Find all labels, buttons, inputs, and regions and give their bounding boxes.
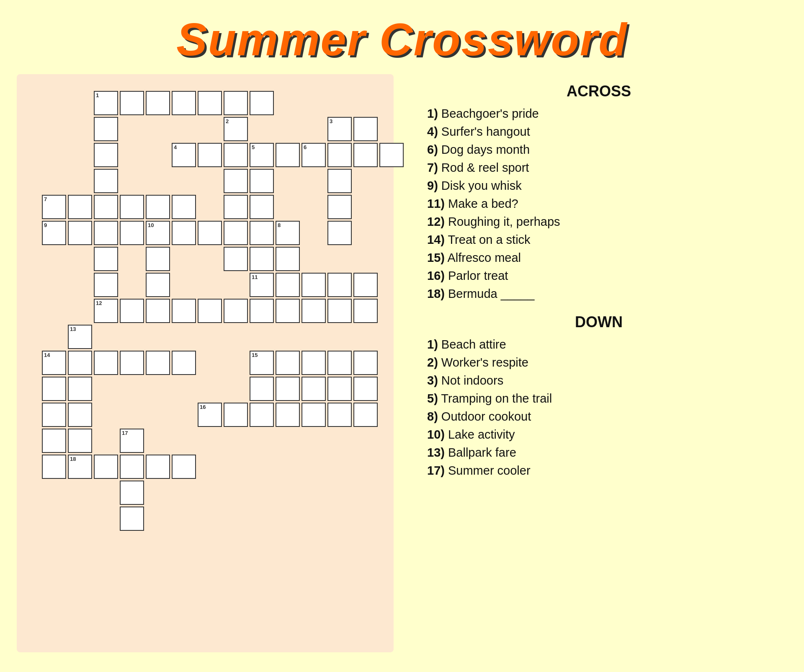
cell-1-3[interactable]: [146, 91, 170, 115]
cell-6d[interactable]: [379, 143, 404, 167]
cell-14b-dup[interactable]: [68, 351, 92, 375]
cell-10a[interactable]: 10: [146, 221, 170, 245]
cell-d1-3[interactable]: [94, 143, 118, 167]
cell-10b[interactable]: [172, 221, 196, 245]
cell-14c[interactable]: [94, 351, 118, 375]
cell-9a[interactable]: 9: [42, 221, 66, 245]
cell-1-1[interactable]: 1: [94, 91, 118, 115]
cell-d5-4[interactable]: [250, 169, 274, 193]
cell-2a[interactable]: 2: [224, 117, 248, 141]
cell-15a[interactable]: 15: [250, 351, 274, 375]
cell-d1-8[interactable]: [94, 273, 118, 297]
cell-d1-4[interactable]: [94, 169, 118, 193]
cell-3a[interactable]: 3: [327, 117, 352, 141]
cell-11a[interactable]: 11: [250, 273, 274, 297]
cell-d10-7[interactable]: [146, 247, 170, 271]
cell-15fe[interactable]: [353, 377, 378, 401]
cell-16b[interactable]: [224, 403, 248, 427]
cell-9d[interactable]: [120, 221, 144, 245]
cell-7b[interactable]: [68, 195, 92, 219]
cell-d14-12[interactable]: [42, 377, 66, 401]
cell-7c[interactable]: [94, 195, 118, 219]
cell-17d[interactable]: [120, 507, 144, 531]
cell-6c[interactable]: [353, 143, 378, 167]
cell-5a[interactable]: 5: [250, 143, 274, 167]
cell-16e[interactable]: [302, 403, 326, 427]
cell-10c[interactable]: [198, 221, 222, 245]
cell-13c[interactable]: [68, 377, 92, 401]
cell-15e[interactable]: [353, 351, 378, 375]
cell-d11-11[interactable]: [302, 299, 326, 323]
cell-d3-3[interactable]: [327, 143, 352, 167]
cell-d2-6[interactable]: [224, 221, 248, 245]
cell-16d[interactable]: [276, 403, 300, 427]
cell-14d[interactable]: [120, 351, 144, 375]
cell-16a[interactable]: 16: [198, 403, 222, 427]
cell-d10-8[interactable]: [146, 273, 170, 297]
cell-18c-dup[interactable]: [120, 455, 144, 479]
cell-d5-7[interactable]: [250, 247, 274, 271]
cell-14e[interactable]: [146, 351, 170, 375]
cell-4c[interactable]: [276, 143, 300, 167]
cell-17c[interactable]: [120, 481, 144, 505]
cell-d5-5[interactable]: [250, 195, 274, 219]
cell-16f[interactable]: [327, 403, 352, 427]
cell-d3-5[interactable]: [327, 195, 352, 219]
cell-d14-14[interactable]: [42, 429, 66, 453]
cell-9b[interactable]: [68, 221, 92, 245]
cell-1-2[interactable]: [120, 91, 144, 115]
cell-12g[interactable]: [250, 299, 274, 323]
cell-1-6[interactable]: [224, 91, 248, 115]
cell-d3-4[interactable]: [327, 169, 352, 193]
cell-18e[interactable]: [172, 455, 196, 479]
cell-15fc[interactable]: [302, 377, 326, 401]
cell-15fb[interactable]: [276, 377, 300, 401]
cell-15c[interactable]: [302, 351, 326, 375]
cell-17a[interactable]: 17: [120, 429, 144, 453]
cell-7f[interactable]: [172, 195, 196, 219]
cell-d3-6[interactable]: [327, 221, 352, 245]
cell-11b[interactable]: [276, 273, 300, 297]
cell-d11-12[interactable]: [327, 299, 352, 323]
cell-15d[interactable]: [327, 351, 352, 375]
cell-7d[interactable]: [120, 195, 144, 219]
cell-13e[interactable]: [68, 429, 92, 453]
cell-7a[interactable]: 7: [42, 195, 66, 219]
cell-11d[interactable]: [327, 273, 352, 297]
cell-4b[interactable]: [198, 143, 222, 167]
cell-d14-15[interactable]: [42, 455, 66, 479]
cell-12e[interactable]: [198, 299, 222, 323]
cell-16g[interactable]: [353, 403, 378, 427]
cell-11c[interactable]: [302, 273, 326, 297]
cell-d2-5[interactable]: [224, 195, 248, 219]
cell-1-5[interactable]: [198, 91, 222, 115]
cell-8b[interactable]: [276, 247, 300, 271]
cell-8a[interactable]: 8: [276, 221, 300, 245]
cell-18d[interactable]: [146, 455, 170, 479]
cell-18a[interactable]: 18: [68, 455, 92, 479]
cell-12a[interactable]: 12: [94, 299, 118, 323]
cell-12b[interactable]: [120, 299, 144, 323]
cell-14a[interactable]: 14: [42, 351, 66, 375]
cell-d14-13[interactable]: [42, 403, 66, 427]
cell-13d[interactable]: [68, 403, 92, 427]
cell-15fa[interactable]: [250, 377, 274, 401]
cell-d2-7[interactable]: [224, 247, 248, 271]
cell-d11-13[interactable]: [353, 299, 378, 323]
cell-18b[interactable]: [94, 455, 118, 479]
cell-7e[interactable]: [146, 195, 170, 219]
cell-11e[interactable]: [353, 273, 378, 297]
cell-d11-10[interactable]: [276, 299, 300, 323]
cell-d5-6[interactable]: [250, 221, 274, 245]
cell-d1-2[interactable]: [94, 117, 118, 141]
cell-9c[interactable]: [94, 221, 118, 245]
cell-12f[interactable]: [224, 299, 248, 323]
cell-16c[interactable]: [250, 403, 274, 427]
cell-4a[interactable]: 4: [172, 143, 196, 167]
cell-1-4[interactable]: [172, 91, 196, 115]
cell-12d[interactable]: [172, 299, 196, 323]
cell-12c[interactable]: [146, 299, 170, 323]
cell-15b[interactable]: [276, 351, 300, 375]
cell-d2-4[interactable]: [224, 169, 248, 193]
cell-13a[interactable]: 13: [68, 325, 92, 349]
